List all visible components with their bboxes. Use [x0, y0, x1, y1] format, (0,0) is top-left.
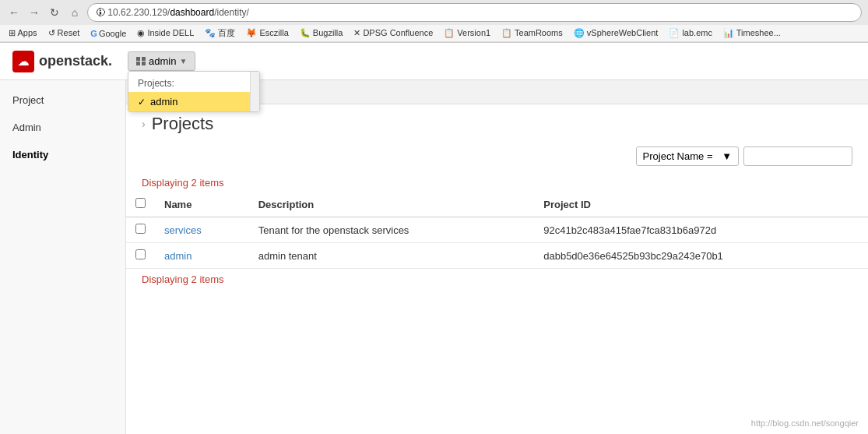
projects-table: Name Description Project ID services Ten… — [126, 192, 868, 269]
admin-dropdown-wrapper: admin ▼ Projects: ✓ admin — [128, 51, 195, 71]
page-title: Projects — [152, 114, 213, 134]
bookmark-reset[interactable]: ↺ Reset — [46, 27, 83, 39]
table-header-checkbox — [126, 192, 155, 217]
bookmark-esczilla[interactable]: 🦊 Esczilla — [244, 27, 290, 39]
browser-chrome: ← → ↻ ⌂ 🛈 10.62.230.129/dashboard/identi… — [0, 0, 868, 43]
bookmarks-bar: ⊞ Apps ↺ Reset G Google ◉ Inside DELL 🐾 … — [0, 25, 868, 42]
row-2-project-id-cell: dabb5d0e36e64525b93bc29a243e70b1 — [534, 243, 868, 269]
bookmark-bugzilla[interactable]: 🐛 Bugzilla — [297, 27, 346, 39]
filter-search-input[interactable] — [743, 146, 852, 166]
sidebar-item-project[interactable]: Project — [0, 86, 125, 114]
logo-icon: ☁ — [12, 51, 34, 72]
row-1-name-cell: services — [155, 217, 249, 243]
bookmark-google[interactable]: G Google — [88, 28, 128, 39]
content-area: Identity › Projects › Projects Project N… — [126, 80, 868, 434]
main-layout: Project Admin Identity Identity › Projec… — [0, 80, 868, 434]
row-1-checkbox-cell — [126, 217, 155, 243]
bookmark-vsphere[interactable]: 🌐 vSphereWebClient — [571, 27, 661, 39]
row-2-checkbox[interactable] — [135, 249, 146, 259]
filter-dropdown-arrow-icon: ▼ — [722, 150, 732, 162]
address-suffix: /identity/ — [214, 7, 249, 18]
home-button[interactable]: ⌂ — [67, 5, 83, 20]
address-icon: 🛈 — [96, 7, 107, 18]
dropdown-arrow-icon: ▼ — [179, 57, 187, 65]
table-header-description: Description — [249, 192, 535, 217]
address-prefix: 10.62.230.129/ — [107, 7, 170, 18]
displaying-text-bottom: Displaying 2 items — [126, 269, 868, 288]
filter-bar: Project Name = ▼ — [126, 140, 868, 172]
table-header-row: Name Description Project ID — [126, 192, 868, 217]
row-2-name-cell: admin — [155, 243, 249, 269]
grid-icon — [136, 57, 146, 66]
openstack-logo: ☁ openstack. — [12, 51, 112, 72]
reload-button[interactable]: ↻ — [47, 5, 62, 20]
admin-dropdown-button[interactable]: admin ▼ — [128, 51, 195, 71]
svg-text:☁: ☁ — [18, 55, 29, 68]
bookmark-labemc[interactable]: 📄 lab.emc — [666, 27, 715, 39]
table-row: services Tenant for the openstack servic… — [126, 217, 868, 243]
select-all-checkbox[interactable] — [135, 198, 146, 208]
sidebar: Project Admin Identity — [0, 80, 126, 434]
app-container: ☁ openstack. admin ▼ Projects: ✓ admin — [0, 43, 868, 434]
watermark: http://blog.csdn.net/songqier — [751, 418, 859, 428]
logo-text: openstack. — [39, 53, 112, 69]
displaying-text-top: Displaying 2 items — [126, 172, 868, 192]
bookmark-teamrooms[interactable]: 📋 TeamRooms — [499, 27, 565, 39]
row-1-project-id-cell: 92c41b2c483a415fae7fca831b6a972d — [534, 217, 868, 243]
table-header-name: Name — [155, 192, 249, 217]
bookmark-dpsg[interactable]: ✕ DPSG Confluence — [351, 27, 435, 39]
row-1-description-cell: Tenant for the openstack services — [249, 217, 535, 243]
table-header-project-id: Project ID — [534, 192, 868, 217]
address-bar[interactable]: 🛈 10.62.230.129/dashboard/identity/ — [87, 3, 862, 22]
row-2-name-link[interactable]: admin — [164, 250, 192, 262]
forward-button[interactable]: → — [26, 5, 42, 20]
collapse-chevron-icon[interactable]: › — [142, 118, 146, 130]
sidebar-item-identity[interactable]: Identity — [0, 141, 125, 168]
address-highlight: dashboard — [170, 7, 214, 18]
dropdown-item-admin[interactable]: ✓ admin — [128, 92, 259, 111]
dropdown-scrollbar[interactable] — [250, 72, 259, 111]
row-2-checkbox-cell — [126, 243, 155, 269]
sidebar-item-admin[interactable]: Admin — [0, 114, 125, 141]
sidebar-label-admin: Admin — [12, 122, 41, 133]
admin-dropdown-menu: Projects: ✓ admin — [128, 71, 260, 112]
row-2-description-cell: admin tenant — [249, 243, 535, 269]
bookmark-version1[interactable]: 📋 Version1 — [441, 27, 493, 39]
bookmark-timeshee[interactable]: 📊 Timeshee... — [721, 27, 783, 39]
table-row: admin admin tenant dabb5d0e36e64525b93bc… — [126, 243, 868, 269]
bookmark-baidu[interactable]: 🐾 百度 — [202, 26, 237, 40]
back-button[interactable]: ← — [6, 5, 22, 20]
filter-dropdown[interactable]: Project Name = ▼ — [636, 146, 739, 166]
bookmark-inside-dell[interactable]: ◉ Inside DELL — [135, 27, 196, 39]
sidebar-label-project: Project — [12, 94, 44, 106]
sidebar-label-identity: Identity — [12, 149, 48, 161]
dropdown-admin-label: admin — [150, 96, 177, 108]
dropdown-projects-header: Projects: — [128, 72, 259, 92]
app-header: ☁ openstack. admin ▼ Projects: ✓ admin — [0, 43, 868, 80]
row-1-name-link[interactable]: services — [164, 224, 202, 236]
row-1-checkbox[interactable] — [135, 224, 146, 234]
admin-label: admin — [149, 55, 176, 67]
check-icon: ✓ — [138, 97, 146, 108]
filter-label: Project Name = — [643, 150, 713, 162]
bookmark-apps[interactable]: ⊞ Apps — [6, 27, 40, 39]
browser-toolbar: ← → ↻ ⌂ 🛈 10.62.230.129/dashboard/identi… — [0, 0, 868, 25]
